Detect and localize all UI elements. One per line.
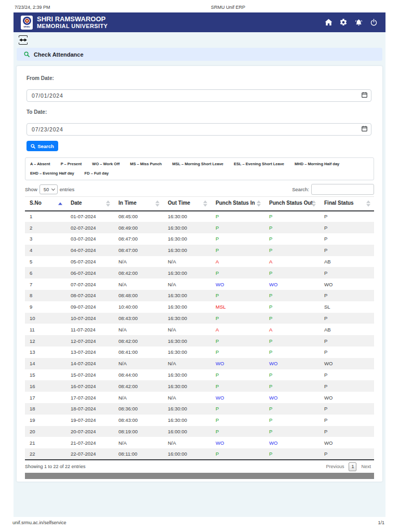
table-row: 1111-07-2024N/AN/AAAAB	[25, 324, 374, 335]
cell-final-status: P	[320, 426, 374, 437]
cell-out-time: N/A	[163, 256, 211, 268]
page-number-button[interactable]: 1	[349, 462, 356, 471]
cell-out-time: 16:30:00	[163, 313, 211, 324]
attendance-table: S.No Date In Time Out Time Punch Status …	[25, 196, 374, 460]
to-date-input[interactable]: 07/23/2024	[26, 123, 371, 136]
chevron-down-icon	[51, 187, 55, 191]
cell-sno: 18	[25, 403, 66, 415]
column-header-final-status[interactable]: Final Status	[320, 197, 374, 211]
cell-final-status: P	[320, 267, 374, 278]
home-icon[interactable]	[324, 18, 332, 26]
cell-sno: 15	[25, 369, 66, 381]
table-search-label: Search:	[292, 187, 309, 192]
table-row: 2121-07-2024N/AN/AWOWOWO	[25, 437, 374, 448]
table-controls: Show 50 entries Search:	[25, 184, 374, 194]
cell-final-status: P	[320, 335, 374, 347]
cell-final-status: AB	[320, 256, 374, 268]
cell-punch-out: P	[264, 222, 320, 233]
column-header-punch-in[interactable]: Punch Status In	[211, 197, 264, 211]
cell-final-status: P	[320, 415, 374, 426]
notifications-bell-icon[interactable]	[354, 18, 363, 26]
university-logo[interactable]: SRMU	[21, 16, 33, 30]
expand-width-icon[interactable]	[19, 35, 28, 45]
cell-out-time: 16:30:00	[163, 301, 211, 313]
cell-date: 21-07-2024	[66, 437, 114, 448]
cell-punch-in: P	[211, 369, 264, 381]
cell-punch-out: P	[264, 267, 320, 278]
column-header-sno[interactable]: S.No	[25, 197, 66, 211]
column-header-punch-out[interactable]: Punch Status Out	[264, 197, 320, 211]
cell-punch-in: WO	[211, 437, 264, 448]
status-legend: A – Absent P – Present WO – Work Off MS …	[25, 157, 374, 180]
cell-out-time: N/A	[163, 437, 211, 448]
next-page-button[interactable]: Next	[361, 464, 371, 469]
settings-gear-icon[interactable]	[339, 18, 348, 26]
cell-date: 22-07-2024	[66, 448, 114, 460]
cell-final-status: P	[320, 380, 374, 392]
cell-punch-out: P	[264, 415, 320, 426]
cell-date: 09-07-2024	[66, 301, 114, 313]
search-button[interactable]: Search	[26, 141, 58, 151]
cell-sno: 3	[25, 233, 66, 245]
table-body: 101-07-202408:45:0016:30:00PPP202-07-202…	[25, 211, 374, 460]
cell-out-time: 16:30:00	[163, 347, 211, 358]
table-row: 2222-07-202408:11:0016:00:00PPP	[25, 448, 374, 460]
cell-sno: 20	[25, 426, 66, 437]
cell-date: 20-07-2024	[66, 426, 114, 437]
cell-in-time: 08:47:00	[114, 245, 163, 256]
cell-final-status: P	[320, 290, 374, 301]
table-row: 1515-07-202408:44:0016:30:00PPP	[25, 369, 374, 381]
table-search-input[interactable]	[311, 184, 374, 195]
cell-sno: 13	[25, 347, 66, 358]
cell-final-status: SL	[320, 301, 374, 313]
cell-in-time: 08:42:00	[114, 267, 163, 278]
app-background: Check Attendance From Date: 07/01/2024 T…	[14, 32, 385, 517]
table-row: 909-07-202410:40:0016:30:00MSLPSL	[25, 301, 374, 313]
calendar-icon[interactable]	[362, 126, 367, 131]
table-footer: Showing 1 to 22 of 22 entries Previous 1…	[25, 462, 374, 471]
cell-final-status: AB	[320, 324, 374, 335]
cell-sno: 16	[25, 380, 66, 392]
sort-icons	[106, 201, 110, 207]
cell-final-status: P	[320, 313, 374, 324]
cell-punch-in: P	[211, 290, 264, 301]
cell-date: 19-07-2024	[66, 415, 114, 426]
column-header-date[interactable]: Date	[66, 197, 114, 211]
cell-in-time: 08:42:00	[114, 380, 163, 392]
cell-punch-in: P	[211, 448, 264, 460]
cell-date: 10-07-2024	[66, 313, 114, 324]
from-date-input[interactable]: 07/01/2024	[26, 89, 371, 102]
cell-out-time: N/A	[163, 278, 211, 290]
cell-punch-in: P	[211, 415, 264, 426]
table-row: 2020-07-202408:19:0016:00:00PPP	[25, 426, 374, 437]
page-size-select[interactable]: 50	[39, 184, 58, 194]
legend-item: MHD – Morning Half day	[295, 161, 339, 167]
power-logout-icon[interactable]	[369, 18, 378, 26]
to-date-label: To Date:	[26, 110, 374, 115]
print-url: unif.srmu.ac.in/selfservice	[12, 520, 66, 525]
cell-punch-in: P	[211, 233, 264, 245]
cell-in-time: N/A	[114, 392, 163, 403]
cell-punch-out: P	[264, 211, 320, 222]
cell-punch-out: WO	[264, 437, 320, 448]
cell-out-time: 16:30:00	[163, 335, 211, 347]
legend-item: A – Absent	[30, 161, 50, 167]
cell-out-time: N/A	[163, 392, 211, 403]
cell-in-time: N/A	[114, 358, 163, 369]
horizontal-scrollbar[interactable]	[25, 473, 374, 479]
cell-in-time: 10:40:00	[114, 301, 163, 313]
pagination: Previous 1 Next	[326, 462, 374, 471]
previous-page-button[interactable]: Previous	[326, 464, 344, 469]
show-label: Show	[25, 187, 37, 192]
cell-sno: 2	[25, 222, 66, 233]
column-header-in-time[interactable]: In Time	[114, 197, 163, 211]
calendar-icon[interactable]	[362, 92, 367, 98]
cell-punch-out: WO	[264, 278, 320, 290]
table-row: 1717-07-2024N/AN/AWOWOWO	[25, 392, 374, 403]
table-row: 404-07-202408:47:0016:30:00PPP	[25, 245, 374, 256]
cell-out-time: N/A	[163, 358, 211, 369]
cell-punch-in: P	[211, 222, 264, 233]
column-header-out-time[interactable]: Out Time	[163, 197, 211, 211]
cell-final-status: P	[320, 347, 374, 358]
cell-date: 13-07-2024	[66, 347, 114, 358]
